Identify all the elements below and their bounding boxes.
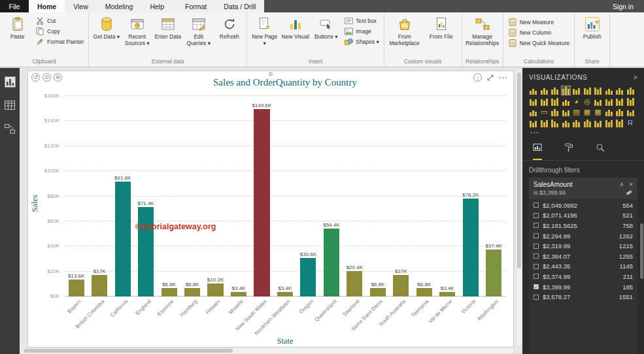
recent-sources-button[interactable]: Recent Sources ▾ bbox=[122, 13, 152, 48]
filter-checkbox[interactable] bbox=[534, 213, 539, 218]
bar-moselle[interactable] bbox=[231, 292, 246, 297]
get-data-button[interactable]: Get Data ▾ bbox=[91, 13, 122, 42]
viz-type-scatter[interactable] bbox=[562, 97, 570, 106]
bar-washington[interactable] bbox=[486, 249, 501, 297]
viz-type-kpi[interactable] bbox=[562, 108, 570, 116]
paste-button[interactable]: Paste bbox=[2, 13, 33, 42]
bar-hamburg[interactable] bbox=[184, 288, 200, 297]
from-file-button[interactable]: From File bbox=[423, 13, 460, 42]
bar-nordrhein-westfalen[interactable] bbox=[277, 292, 293, 297]
filter-checkbox[interactable] bbox=[534, 244, 539, 249]
cut-button[interactable]: Cut bbox=[35, 17, 84, 25]
horizontal-scroll-thumb[interactable] bbox=[24, 349, 233, 353]
filter-field-name[interactable]: SalesAmount bbox=[534, 181, 572, 188]
collapse-filter-icon[interactable]: ∧ bbox=[620, 181, 624, 187]
copy-button[interactable]: Copy bbox=[35, 27, 84, 35]
filter-row[interactable]: $3,578.271551 bbox=[529, 292, 637, 302]
data-view-button[interactable] bbox=[3, 98, 17, 112]
new-measure-button[interactable]: New Measure bbox=[508, 18, 570, 26]
viz-type-matrix[interactable]: ▦ bbox=[594, 108, 602, 116]
viz-type-stacked-column[interactable] bbox=[540, 86, 549, 95]
viz-type-stacked-area[interactable] bbox=[615, 86, 624, 95]
remove-filter-icon[interactable]: × bbox=[629, 181, 633, 188]
model-view-button[interactable] bbox=[3, 121, 17, 136]
filter-checkbox[interactable] bbox=[534, 253, 539, 259]
viz-type-metrics[interactable] bbox=[594, 119, 602, 127]
viz-type-arcgis-map[interactable] bbox=[529, 119, 537, 127]
viz-type-waterfall[interactable] bbox=[551, 97, 559, 106]
publish-button[interactable]: Publish bbox=[577, 13, 607, 42]
viz-type-map[interactable] bbox=[605, 97, 613, 106]
filter-row[interactable]: $2,181.5625758 bbox=[529, 221, 637, 231]
new-page-button[interactable]: New Page ▾ bbox=[249, 13, 280, 48]
viz-type-table[interactable]: ▦ bbox=[583, 108, 592, 116]
collapse-panel-icon[interactable]: > bbox=[634, 73, 637, 81]
filter-checkbox[interactable] bbox=[534, 223, 539, 228]
undo-icon[interactable]: ↺ bbox=[31, 73, 40, 82]
new-column-button[interactable]: New Column bbox=[508, 29, 570, 37]
tab-data-drill[interactable]: Data / Drill bbox=[215, 0, 264, 12]
viz-type-clustered-column[interactable] bbox=[562, 86, 570, 95]
bar-new-south-wales[interactable] bbox=[254, 109, 269, 297]
viz-type-100-stacked-bar[interactable] bbox=[572, 86, 581, 95]
from-marketplace-button[interactable]: From Marketplace bbox=[386, 13, 423, 48]
viz-type-ribbon[interactable] bbox=[540, 97, 549, 106]
slash-circle-icon[interactable]: ⊘ bbox=[42, 73, 51, 82]
viz-type-timeline[interactable] bbox=[615, 119, 624, 127]
refresh-button[interactable]: Refresh bbox=[214, 13, 245, 42]
viz-type-line[interactable] bbox=[594, 86, 602, 95]
clear-filter-icon[interactable] bbox=[626, 189, 633, 196]
report-page[interactable]: ≡ ↺ ⊘ ⊕ ↓ ··· Sales and OrderQuantity by… bbox=[27, 71, 514, 347]
manage-relationships-button[interactable]: Manage Relationships bbox=[464, 13, 501, 48]
viz-type-shape-map[interactable] bbox=[615, 108, 624, 116]
filter-row[interactable]: $3,374.99211 bbox=[529, 272, 637, 282]
report-view-button[interactable] bbox=[3, 74, 17, 89]
bar-england[interactable] bbox=[138, 207, 154, 297]
bar-california[interactable] bbox=[115, 182, 131, 297]
new-quick-measure-button[interactable]: New Quick Measure bbox=[508, 39, 570, 47]
tab-format[interactable]: Format bbox=[177, 0, 215, 12]
viz-type-gauge[interactable] bbox=[529, 108, 537, 116]
vertical-scroll-thumb[interactable] bbox=[517, 72, 521, 268]
tab-view[interactable]: View bbox=[65, 0, 97, 12]
viz-type-decomposition-tree[interactable] bbox=[572, 119, 581, 127]
bar-bayern[interactable] bbox=[69, 280, 84, 297]
image-button[interactable]: Image bbox=[344, 27, 379, 35]
filter-row[interactable]: $2,319.991215 bbox=[529, 241, 637, 251]
viz-type-word-cloud[interactable] bbox=[605, 119, 613, 127]
filter-row[interactable]: $2,071.4196521 bbox=[529, 210, 637, 221]
viz-type-qa[interactable] bbox=[562, 119, 570, 127]
bar-victoria[interactable] bbox=[463, 199, 479, 297]
viz-type-line-clustered-column[interactable] bbox=[529, 97, 537, 106]
bar-hessen[interactable] bbox=[207, 283, 223, 297]
canvas-horizontal-scrollbar[interactable] bbox=[21, 348, 513, 353]
tab-fields[interactable] bbox=[533, 143, 542, 160]
filter-row[interactable]: $2,384.071255 bbox=[529, 251, 637, 261]
edit-queries-button[interactable]: Edit Queries ▾ bbox=[183, 13, 214, 48]
filter-row[interactable]: $2,049.0982554 bbox=[529, 201, 637, 211]
filter-checkbox[interactable] bbox=[534, 233, 539, 238]
tab-format[interactable] bbox=[564, 143, 573, 160]
viz-type-clustered-bar[interactable] bbox=[551, 86, 559, 95]
text-box-button[interactable]: Text box bbox=[344, 17, 379, 25]
viz-type-area[interactable] bbox=[605, 86, 613, 95]
bar-val-de-marne[interactable] bbox=[439, 292, 455, 297]
viz-type-line-stacked-column[interactable] bbox=[626, 86, 635, 95]
filter-checkbox[interactable] bbox=[534, 274, 539, 279]
bar-essonne[interactable] bbox=[161, 288, 177, 297]
buttons-button[interactable]: Buttons ▾ bbox=[311, 13, 341, 42]
filter-checkbox[interactable] bbox=[534, 264, 539, 269]
viz-type-r-script[interactable]: R bbox=[626, 119, 635, 127]
viz-type-stacked-bar[interactable] bbox=[529, 86, 537, 95]
tab-home[interactable]: Home bbox=[29, 0, 65, 12]
viz-type-treemap[interactable] bbox=[594, 97, 602, 106]
viz-type-key-influencers[interactable] bbox=[605, 108, 613, 116]
bar-british-columbia[interactable] bbox=[92, 275, 107, 297]
bar-south-australia[interactable] bbox=[393, 275, 409, 297]
bar-queensland[interactable] bbox=[324, 229, 339, 297]
enter-data-button[interactable]: Enter Data bbox=[152, 13, 183, 42]
viz-type-power-automate[interactable] bbox=[540, 119, 549, 127]
viz-type-100-stacked-column[interactable] bbox=[583, 86, 592, 95]
filter-list-scrollbar[interactable] bbox=[640, 223, 643, 279]
new-visual-button[interactable]: New Visual bbox=[280, 13, 311, 42]
